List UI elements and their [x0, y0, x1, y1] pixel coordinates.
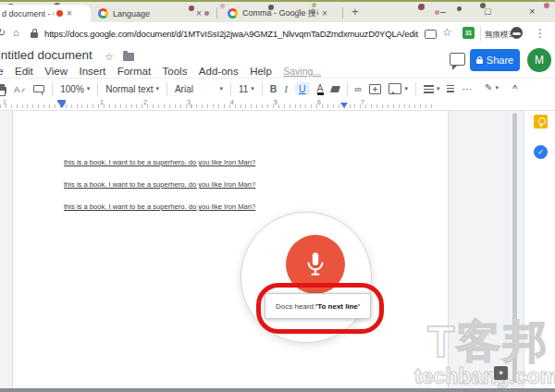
- card-icon[interactable]: [425, 30, 437, 39]
- menu-item-edit[interactable]: Edit: [15, 66, 33, 77]
- window-bottom-edge: [0, 388, 555, 392]
- ruler-number: 6: [317, 99, 321, 105]
- user-avatar[interactable]: M: [527, 48, 551, 72]
- print-icon[interactable]: [0, 87, 6, 93]
- menu-bar: File Edit View Insert Format Tools Add-o…: [0, 62, 328, 79]
- dropdown-arrow-icon: ▾: [251, 85, 254, 92]
- paint-format-icon[interactable]: [33, 85, 44, 92]
- tab-search[interactable]: Comma - Google 搜尋 ×: [220, 5, 344, 22]
- incognito-icon: [511, 27, 523, 39]
- indent-marker-right[interactable]: [340, 103, 348, 108]
- tab-language[interactable]: Language ×: [91, 5, 218, 22]
- ruler-number: 7: [361, 99, 364, 105]
- keep-icon[interactable]: [534, 115, 548, 129]
- tab-recording-indicator-icon: [56, 10, 63, 17]
- share-button[interactable]: Share: [470, 49, 520, 71]
- font-dropdown[interactable]: Arial▾: [175, 84, 223, 94]
- tab-document[interactable]: d document - Goog ×: [0, 5, 91, 22]
- lock-icon[interactable]: [31, 32, 38, 38]
- menu-item-insert[interactable]: Insert: [79, 66, 105, 77]
- divider: [480, 27, 481, 41]
- dropdown-arrow-icon: ▾: [155, 85, 159, 92]
- share-label: Share: [487, 55, 513, 66]
- extension-icon[interactable]: 31: [462, 27, 475, 39]
- watermark-logo: T客邦: [427, 312, 549, 372]
- address-bar: ↻ ⌂ https://docs.google.com/document/d/1…: [0, 22, 555, 45]
- spellcheck-icon[interactable]: A✓: [14, 83, 26, 94]
- more-options-icon[interactable]: ⋯: [462, 83, 472, 95]
- new-tab-button[interactable]: +: [352, 5, 359, 18]
- zoom-dropdown[interactable]: 100%▾: [60, 84, 90, 94]
- theme-flower: [544, 3, 549, 8]
- browser-menu-kebab-icon[interactable]: ⋮: [535, 27, 546, 40]
- divider: [262, 82, 263, 96]
- dropdown-arrow-icon: ▾: [87, 85, 91, 92]
- window-minimize-button[interactable]: –: [440, 6, 446, 17]
- collapse-toolbar-icon[interactable]: ^: [512, 83, 517, 92]
- tasks-icon[interactable]: ✓: [534, 145, 548, 159]
- menu-item-format[interactable]: Format: [117, 66, 151, 77]
- move-folder-icon[interactable]: [123, 53, 134, 61]
- ruler-number: 5: [274, 99, 278, 105]
- comment-history-icon[interactable]: [450, 53, 465, 66]
- home-icon[interactable]: ⌂: [13, 27, 19, 38]
- bookmark-star-icon[interactable]: ☆: [442, 26, 452, 39]
- google-favicon: [228, 8, 238, 18]
- divider: [52, 82, 53, 96]
- dropdown-arrow-icon: ▾: [437, 85, 440, 92]
- align-dropdown[interactable]: ▾: [424, 85, 440, 93]
- browser-window: d document - Goog × Language × Comma - G…: [0, 0, 555, 392]
- annotation-red-circle: [256, 283, 384, 334]
- explore-button[interactable]: ✦: [494, 366, 508, 380]
- menu-item-addons[interactable]: Add-ons: [199, 66, 239, 77]
- tab-close-icon[interactable]: ×: [322, 8, 327, 18]
- theme-flower: [418, 4, 425, 10]
- insert-link-icon[interactable]: ∞: [355, 83, 363, 94]
- theme-butterfly: [457, 6, 462, 11]
- doc-line[interactable]: this is a book. I want to be a superhero…: [64, 180, 255, 189]
- line-spacing-icon[interactable]: [447, 85, 454, 93]
- tab-separator: [342, 7, 343, 18]
- ruler-number: 1: [3, 99, 6, 105]
- align-icon: [424, 85, 434, 93]
- tab-title: Comma - Google 搜尋: [242, 7, 318, 19]
- styles-dropdown[interactable]: Normal text▾: [105, 84, 159, 94]
- docs-header: Untitled document ☆ File Edit View Inser…: [0, 44, 555, 78]
- divider: [230, 82, 231, 96]
- document-page[interactable]: this is a book. I want to be a superhero…: [12, 110, 449, 388]
- italic-button[interactable]: I: [284, 84, 288, 94]
- docs-toolbar: A✓ 100%▾ Normal text▾ Arial▾ 11▾ B I U A…: [0, 78, 555, 100]
- pencil-icon: ✎: [485, 82, 492, 92]
- bold-button[interactable]: B: [270, 83, 278, 94]
- add-comment-icon[interactable]: [369, 84, 381, 94]
- window-maximize-button[interactable]: □: [485, 6, 491, 17]
- doc-line[interactable]: this is a book. I want to be a superhero…: [64, 202, 255, 211]
- dropdown-arrow-icon: ▾: [219, 85, 223, 92]
- divider: [166, 82, 167, 96]
- doc-title[interactable]: Untitled document: [0, 48, 92, 62]
- tab-title: d document - Goog: [2, 9, 54, 18]
- underline-button[interactable]: U: [295, 82, 310, 95]
- editing-mode-dropdown[interactable]: ✎▾: [485, 82, 499, 92]
- theme-flower: [435, 10, 439, 15]
- tab-close-icon[interactable]: ×: [196, 8, 202, 18]
- insert-image-dropdown[interactable]: ▾: [388, 83, 408, 94]
- indent-marker-left[interactable]: [57, 100, 66, 108]
- menu-item-file[interactable]: File: [0, 66, 4, 77]
- reload-icon[interactable]: ↻: [0, 27, 6, 39]
- menu-item-help[interactable]: Help: [250, 66, 272, 77]
- highlight-color-icon[interactable]: [329, 86, 339, 92]
- lock-icon: [476, 59, 483, 64]
- insert-image-icon: [388, 83, 401, 94]
- menu-item-view[interactable]: View: [44, 66, 68, 77]
- tab-close-icon[interactable]: ×: [67, 8, 72, 18]
- window-close-button[interactable]: ×: [529, 6, 535, 17]
- font-size-dropdown[interactable]: 11▾: [239, 84, 254, 94]
- google-favicon: [98, 8, 108, 18]
- ruler-number: 3: [187, 99, 191, 105]
- text-color-button[interactable]: A: [317, 83, 324, 95]
- doc-line[interactable]: this is a book. I want to be a superhero…: [64, 158, 255, 166]
- url-text[interactable]: https://docs.google.com/document/d/1MTvI…: [44, 29, 418, 39]
- menu-item-tools[interactable]: Tools: [163, 66, 188, 77]
- divider: [97, 82, 98, 96]
